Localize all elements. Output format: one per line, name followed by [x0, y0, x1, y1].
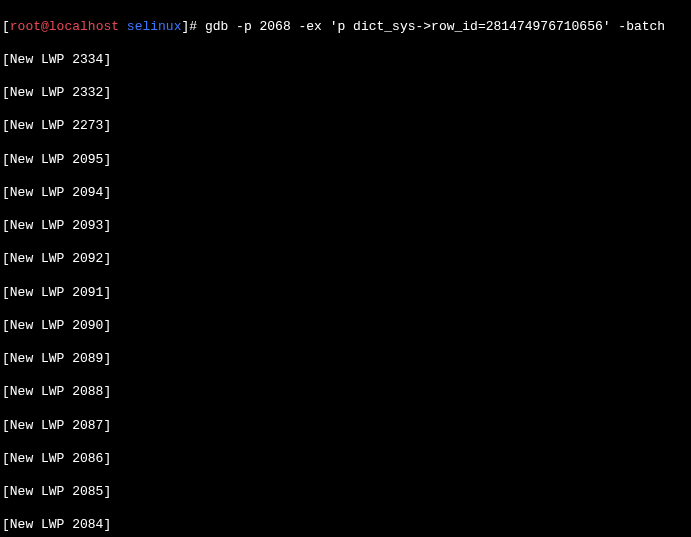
lwp-entry: [New LWP 2094]: [2, 185, 689, 202]
lwp-entry: [New LWP 2085]: [2, 484, 689, 501]
lwp-entry: [New LWP 2273]: [2, 118, 689, 135]
bracket: [: [2, 19, 10, 34]
lwp-entry: [New LWP 2092]: [2, 251, 689, 268]
lwp-entry: [New LWP 2334]: [2, 52, 689, 69]
lwp-entry: [New LWP 2086]: [2, 451, 689, 468]
hash: #: [189, 19, 205, 34]
user-host: root@localhost: [10, 19, 119, 34]
lwp-entry: [New LWP 2087]: [2, 418, 689, 435]
lwp-entry: [New LWP 2084]: [2, 517, 689, 534]
lwp-entry: [New LWP 2332]: [2, 85, 689, 102]
lwp-entry: [New LWP 2095]: [2, 152, 689, 169]
terminal-output: [root@localhost selinux]# gdb -p 2068 -e…: [2, 2, 689, 537]
prompt-line[interactable]: [root@localhost selinux]# gdb -p 2068 -e…: [2, 19, 689, 36]
cwd: selinux: [127, 19, 182, 34]
lwp-entry: [New LWP 2093]: [2, 218, 689, 235]
lwp-entry: [New LWP 2089]: [2, 351, 689, 368]
lwp-entry: [New LWP 2090]: [2, 318, 689, 335]
command-text: gdb -p 2068 -ex 'p dict_sys->row_id=2814…: [205, 19, 665, 34]
lwp-entry: [New LWP 2091]: [2, 285, 689, 302]
lwp-entry: [New LWP 2088]: [2, 384, 689, 401]
